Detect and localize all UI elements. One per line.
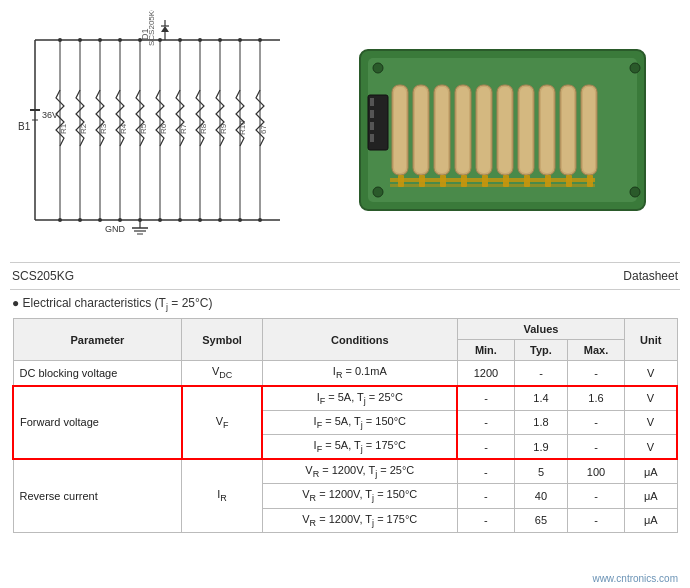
max-fv3: - <box>567 434 624 459</box>
electrical-characteristics: ● Electrical characteristics (Tj = 25°C)… <box>0 292 690 533</box>
svg-point-59 <box>198 218 202 222</box>
param-dc: DC blocking voltage <box>13 361 182 386</box>
svg-point-44 <box>118 38 122 42</box>
param-fv: Forward voltage <box>13 386 182 460</box>
max-fv2: - <box>567 410 624 434</box>
typ-fv2: 1.8 <box>514 410 567 434</box>
svg-rect-98 <box>440 175 446 187</box>
schematic-area: B1 36V D1 SCS205KG R1 <box>10 10 310 250</box>
characteristics-table: Parameter Symbol Conditions Values Unit … <box>12 318 678 532</box>
doc-type-label: Datasheet <box>623 269 678 283</box>
unit-rc1: μA <box>625 459 677 484</box>
svg-point-51 <box>258 38 262 42</box>
typ-fv1: 1.4 <box>514 386 567 411</box>
svg-text:GND: GND <box>105 224 126 234</box>
typ-rc3: 65 <box>514 508 567 532</box>
cond-fv1: IF = 5A, Tj = 25°C <box>262 386 457 411</box>
section-divider <box>10 262 680 263</box>
svg-point-65 <box>373 63 383 73</box>
svg-point-55 <box>118 218 122 222</box>
ds-header: SCS205KG Datasheet <box>0 265 690 287</box>
svg-rect-90 <box>370 98 374 106</box>
svg-point-56 <box>138 218 142 222</box>
cond-rc2: VR = 1200V, Tj = 150°C <box>262 484 457 508</box>
svg-text:36V: 36V <box>42 110 58 120</box>
min-rc2: - <box>457 484 514 508</box>
typ-rc1: 5 <box>514 459 567 484</box>
cond-rc1: VR = 1200V, Tj = 25°C <box>262 459 457 484</box>
svg-rect-72 <box>415 87 427 173</box>
svg-point-45 <box>138 38 142 42</box>
max-rc1: 100 <box>567 459 624 484</box>
svg-point-68 <box>630 187 640 197</box>
max-rc2: - <box>567 484 624 508</box>
col-unit: Unit <box>625 319 677 361</box>
svg-rect-92 <box>370 122 374 130</box>
svg-point-54 <box>98 218 102 222</box>
svg-point-60 <box>218 218 222 222</box>
svg-point-66 <box>630 63 640 73</box>
table-row: Reverse current IR VR = 1200V, Tj = 25°C… <box>13 459 677 484</box>
svg-rect-97 <box>419 175 425 187</box>
svg-point-47 <box>178 38 182 42</box>
svg-point-58 <box>178 218 182 222</box>
unit-rc3: μA <box>625 508 677 532</box>
svg-rect-86 <box>562 87 574 173</box>
min-fv2: - <box>457 410 514 434</box>
cond-fv2: IF = 5A, Tj = 150°C <box>262 410 457 434</box>
pcb-svg <box>340 20 660 240</box>
svg-rect-96 <box>398 175 404 187</box>
unit-fv2: V <box>625 410 677 434</box>
section-title: ● Electrical characteristics (Tj = 25°C) <box>12 296 678 312</box>
svg-rect-91 <box>370 110 374 118</box>
svg-rect-76 <box>457 87 469 173</box>
svg-rect-99 <box>461 175 467 187</box>
watermark: www.cntronics.com <box>592 573 678 584</box>
typ-fv3: 1.9 <box>514 434 567 459</box>
max-fv1: 1.6 <box>567 386 624 411</box>
svg-point-43 <box>98 38 102 42</box>
min-rc3: - <box>457 508 514 532</box>
svg-point-42 <box>78 38 82 42</box>
svg-rect-100 <box>482 175 488 187</box>
svg-rect-74 <box>436 87 448 173</box>
col-min: Min. <box>457 340 514 361</box>
svg-rect-102 <box>524 175 530 187</box>
cond-fv3: IF = 5A, Tj = 175°C <box>262 434 457 459</box>
sym-rc: IR <box>182 459 262 532</box>
col-max: Max. <box>567 340 624 361</box>
col-typ: Typ. <box>514 340 567 361</box>
svg-point-48 <box>198 38 202 42</box>
svg-text:B1: B1 <box>18 121 31 132</box>
svg-point-61 <box>238 218 242 222</box>
param-rc: Reverse current <box>13 459 182 532</box>
sym-dc: VDC <box>182 361 262 386</box>
col-parameter: Parameter <box>13 319 182 361</box>
col-conditions: Conditions <box>262 319 457 361</box>
unit-fv3: V <box>625 434 677 459</box>
col-symbol: Symbol <box>182 319 262 361</box>
svg-text:SCS205KG: SCS205KG <box>147 10 156 46</box>
min-rc1: - <box>457 459 514 484</box>
top-section: B1 36V D1 SCS205KG R1 <box>0 0 690 260</box>
svg-rect-78 <box>478 87 490 173</box>
svg-rect-80 <box>499 87 511 173</box>
pcb-image-area <box>320 10 680 250</box>
svg-rect-93 <box>370 134 374 142</box>
svg-point-57 <box>158 218 162 222</box>
typ-dc: - <box>514 361 567 386</box>
table-row: Forward voltage VF IF = 5A, Tj = 25°C - … <box>13 386 677 411</box>
svg-point-46 <box>158 38 162 42</box>
svg-rect-70 <box>394 87 406 173</box>
max-rc3: - <box>567 508 624 532</box>
svg-point-52 <box>58 218 62 222</box>
part-number-label: SCS205KG <box>12 269 74 283</box>
unit-dc: V <box>625 361 677 386</box>
svg-point-49 <box>218 38 222 42</box>
svg-point-50 <box>238 38 242 42</box>
unit-fv1: V <box>625 386 677 411</box>
cond-rc3: VR = 1200V, Tj = 175°C <box>262 508 457 532</box>
svg-point-41 <box>58 38 62 42</box>
svg-point-53 <box>78 218 82 222</box>
min-dc: 1200 <box>457 361 514 386</box>
